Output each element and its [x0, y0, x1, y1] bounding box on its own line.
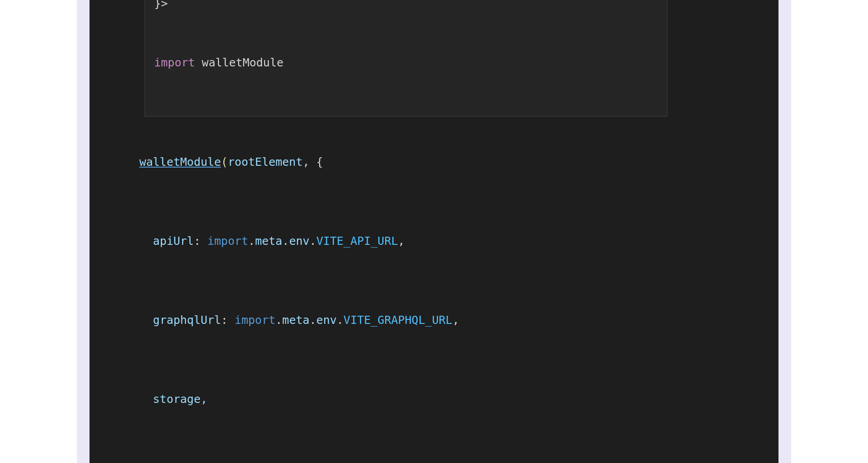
code-editor-block: (() tr walletModule(rootElement, { apiUr…	[90, 0, 778, 463]
code-storage-line: storage,	[112, 389, 756, 409]
code-call-line: walletModule(rootElement, {	[112, 152, 756, 172]
vite-api-url: VITE_API_URL	[316, 234, 398, 248]
intellisense-tooltip[interactable]: (alias) walletModule(container: HTMLElem…	[145, 0, 667, 117]
code-content: (() tr walletModule(rootElement, { apiUr…	[112, 0, 756, 463]
code-graphql-line: graphqlUrl: import.meta.env.VITE_GRAPHQL…	[112, 310, 756, 330]
code-apiurl-line: apiUrl: import.meta.env.VITE_API_URL,	[112, 231, 756, 251]
wallet-module-call: walletModule	[139, 155, 221, 168]
root-element-arg: rootElement	[228, 155, 303, 168]
code-card-wrapper: (() tr walletModule(rootElement, { apiUr…	[77, 0, 791, 463]
tooltip-import-keyword: import	[154, 56, 195, 69]
tooltip-line-6: }>	[154, 0, 658, 14]
graphql-key: graphqlUrl	[153, 313, 221, 327]
apiurl-key: apiUrl	[153, 234, 193, 248]
vite-graphql-url: VITE_GRAPHQL_URL	[344, 313, 453, 327]
tooltip-line-7: import walletModule	[154, 53, 658, 73]
main-code-area: (() tr walletModule(rootElement, { apiUr…	[112, 0, 756, 463]
storage-key: storage,	[139, 393, 208, 406]
